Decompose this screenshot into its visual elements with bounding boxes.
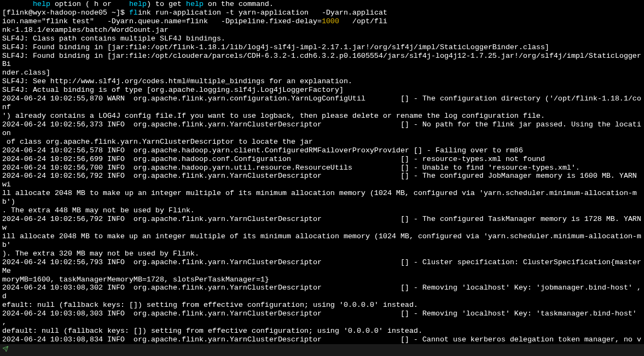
log-line: SLF4J: See http://www.slf4j.org/codes.ht… — [2, 77, 352, 85]
log-line: 2024-06-24 10:02:56,699 INFO org.apache.… — [2, 155, 545, 163]
log-line: 2024-06-24 10:03:08,302 INFO org.apache.… — [2, 284, 644, 309]
help-word: help — [186, 0, 203, 8]
line-fragment: ) to get — [146, 0, 186, 8]
log-line: 2024-06-24 10:02:55,870 WARN org.apache.… — [2, 95, 641, 120]
log-line: 2024-06-24 10:02:56,578 INFO org.apache.… — [2, 146, 523, 155]
bottom-toolbar — [0, 344, 644, 356]
log-line: 2024-06-24 10:02:56,792 INFO org.apache.… — [2, 172, 641, 214]
help-word: help — [33, 0, 50, 8]
shell-prompt: [flink@wyx-hadoop-node05 ~]$ — [2, 9, 129, 17]
command-number: 1000 — [321, 17, 339, 25]
line-fragment — [2, 0, 33, 8]
log-line: 2024-06-24 10:03:08,303 INFO org.apache.… — [2, 310, 641, 335]
log-line: SLF4J: Class path contains multiple SLF4… — [2, 35, 225, 43]
terminal-output[interactable]: help option ( h or help) to get help on … — [2, 0, 642, 356]
log-line: 2024-06-24 10:02:56,793 INFO org.apache.… — [2, 258, 641, 284]
send-icon[interactable] — [2, 346, 9, 354]
help-word: help — [116, 0, 147, 8]
line-fragment: option ( h or — [50, 0, 116, 8]
command-prefix: fl — [129, 9, 138, 17]
log-line: 2024-06-24 10:02:56,792 INFO org.apache.… — [2, 215, 644, 258]
log-line: SLF4J: Found binding in [jar:file:/opt/c… — [2, 52, 641, 77]
log-line: SLF4J: Actual binding is of type [org.ap… — [2, 86, 344, 94]
line-fragment: on the command. — [204, 0, 274, 8]
log-line: 2024-06-24 10:02:56,700 INFO org.apache.… — [2, 164, 580, 172]
log-line: SLF4J: Found binding in [jar:file:/opt/f… — [2, 43, 549, 51]
log-line: 2024-06-24 10:02:56,373 INFO org.apache.… — [2, 120, 641, 146]
